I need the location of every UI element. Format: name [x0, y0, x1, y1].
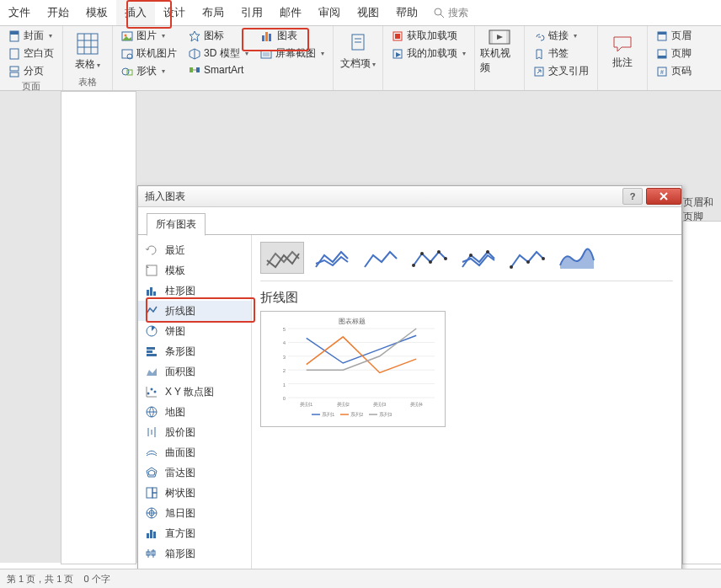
- comment-button[interactable]: 批注: [603, 28, 642, 75]
- link-button[interactable]: 链接▾: [530, 28, 592, 44]
- status-words: 0 个字: [83, 573, 109, 585]
- status-page: 第 1 页，共 1 页: [7, 573, 73, 585]
- smartart-button[interactable]: SmartArt: [185, 63, 252, 77]
- category-area[interactable]: 面积图: [138, 361, 251, 382]
- category-line[interactable]: 折线图: [138, 301, 251, 321]
- svg-point-98: [510, 265, 513, 269]
- icons-button[interactable]: 图标: [185, 28, 252, 44]
- svg-point-97: [486, 250, 489, 254]
- svg-point-16: [122, 68, 129, 75]
- category-scatter[interactable]: X Y 散点图: [138, 382, 251, 402]
- tab-2[interactable]: 模板: [77, 0, 116, 25]
- group-table-label: 表格: [78, 75, 97, 90]
- online-picture-button[interactable]: 联机图片: [118, 45, 180, 61]
- 3d-model-button[interactable]: 3D 模型▾: [185, 45, 252, 61]
- cover-button[interactable]: 封面▾: [5, 28, 57, 44]
- bookmark-button[interactable]: 书签: [530, 45, 592, 61]
- category-radar[interactable]: 雷达图: [138, 462, 251, 483]
- category-boxwhisker[interactable]: 箱形图: [138, 543, 251, 564]
- tab-4[interactable]: 设计: [155, 0, 194, 25]
- line-subtype-3[interactable]: [407, 242, 451, 274]
- line-subtype-6[interactable]: [553, 242, 597, 274]
- header-button[interactable]: 页眉: [653, 28, 695, 44]
- svg-rect-25: [265, 32, 268, 41]
- svg-rect-6: [10, 72, 19, 77]
- svg-rect-44: [658, 56, 666, 58]
- svg-rect-37: [489, 30, 493, 44]
- svg-rect-51: [150, 287, 152, 296]
- line-subtype-1[interactable]: [309, 242, 353, 274]
- header-label: 页眉: [671, 29, 692, 43]
- tab-3[interactable]: 插入: [116, 0, 155, 25]
- doc-item-button[interactable]: 文档项▾: [339, 28, 377, 75]
- category-sunburst[interactable]: 旭日图: [138, 503, 251, 523]
- online-video-button[interactable]: 联机视频: [480, 28, 519, 75]
- svg-rect-28: [263, 52, 270, 56]
- svg-rect-26: [269, 34, 271, 41]
- tab-0[interactable]: 文件: [0, 0, 39, 25]
- tab-10[interactable]: 帮助: [387, 0, 426, 25]
- tab-8[interactable]: 审阅: [310, 0, 349, 25]
- dialog-title: 插入图表: [145, 190, 185, 204]
- svg-text:类别2: 类别2: [337, 402, 350, 407]
- chart-preview[interactable]: 图表标题012345类别1类别2类别3类别4系列1系列2系列3: [260, 311, 446, 427]
- category-treemap[interactable]: 树状图: [138, 483, 251, 503]
- svg-rect-42: [658, 32, 666, 35]
- break-label: 分页: [24, 64, 44, 78]
- picture-button[interactable]: 图片▾: [118, 28, 180, 44]
- line-subtype-2[interactable]: [358, 242, 402, 274]
- my-addins-button[interactable]: 我的加载项▾: [388, 45, 469, 61]
- chart-button[interactable]: 图表: [257, 28, 328, 44]
- category-bar[interactable]: 条形图: [138, 341, 251, 361]
- pagenum-button[interactable]: #页码: [653, 63, 695, 79]
- category-stock[interactable]: 股价图: [138, 422, 251, 442]
- blank-page-button[interactable]: 空白页: [5, 45, 57, 61]
- dialog-help-button[interactable]: ?: [622, 188, 643, 205]
- svg-marker-39: [497, 35, 503, 40]
- line-subtype-0[interactable]: [260, 242, 304, 274]
- svg-rect-52: [153, 291, 156, 296]
- pagenum-label: 页码: [671, 64, 692, 78]
- tab-1[interactable]: 开始: [39, 0, 77, 25]
- tab-5[interactable]: 布局: [194, 0, 232, 25]
- all-charts-tab[interactable]: 所有图表: [147, 213, 206, 236]
- category-recent[interactable]: 最近: [138, 240, 251, 260]
- svg-text:4: 4: [283, 340, 286, 345]
- svg-point-58: [147, 393, 150, 395]
- svg-point-0: [435, 8, 441, 15]
- footer-label: 页脚: [671, 46, 692, 61]
- category-pie[interactable]: 饼图: [138, 321, 251, 341]
- category-template[interactable]: 模板: [138, 260, 251, 281]
- tab-7[interactable]: 邮件: [271, 0, 310, 25]
- crossref-button[interactable]: 交叉引用: [530, 63, 592, 79]
- svg-rect-5: [10, 67, 19, 71]
- screenshot-button[interactable]: 屏幕截图▾: [257, 45, 328, 61]
- svg-text:类别3: 类别3: [373, 402, 387, 407]
- category-histogram[interactable]: 直方图: [138, 523, 251, 543]
- table-button[interactable]: 表格▾: [68, 28, 107, 75]
- get-addins-button[interactable]: 获取加载项: [388, 28, 469, 44]
- tab-6[interactable]: 引用: [232, 0, 271, 25]
- category-column[interactable]: 柱形图: [138, 281, 251, 301]
- docitem-label: 文档项: [340, 57, 371, 69]
- search-box[interactable]: 搜索: [433, 6, 468, 20]
- model-label: 3D 模型: [204, 46, 240, 61]
- shapes-button[interactable]: 形状▾: [118, 63, 180, 79]
- line-subtype-5[interactable]: [505, 242, 548, 274]
- document-page-right: [682, 221, 721, 564]
- dialog-close-button[interactable]: [646, 188, 681, 205]
- line-subtype-4[interactable]: [456, 242, 499, 274]
- category-map[interactable]: 地图: [138, 402, 251, 422]
- svg-rect-7: [77, 34, 98, 54]
- svg-rect-50: [147, 290, 149, 296]
- svg-text:类别1: 类别1: [300, 402, 313, 407]
- crossref-label: 交叉引用: [548, 64, 589, 78]
- page-break-button[interactable]: 分页: [5, 63, 57, 79]
- chart-label: 图表: [277, 29, 297, 43]
- footer-button[interactable]: 页脚: [653, 45, 695, 61]
- category-surface[interactable]: 曲面图: [138, 442, 251, 462]
- insert-chart-dialog: 插入图表 ? 所有图表 最近模板柱形图折线图饼图条形图面积图X Y 散点图地图股…: [137, 185, 682, 588]
- document-page[interactable]: [61, 91, 136, 564]
- svg-text:1: 1: [283, 382, 286, 388]
- tab-9[interactable]: 视图: [349, 0, 387, 25]
